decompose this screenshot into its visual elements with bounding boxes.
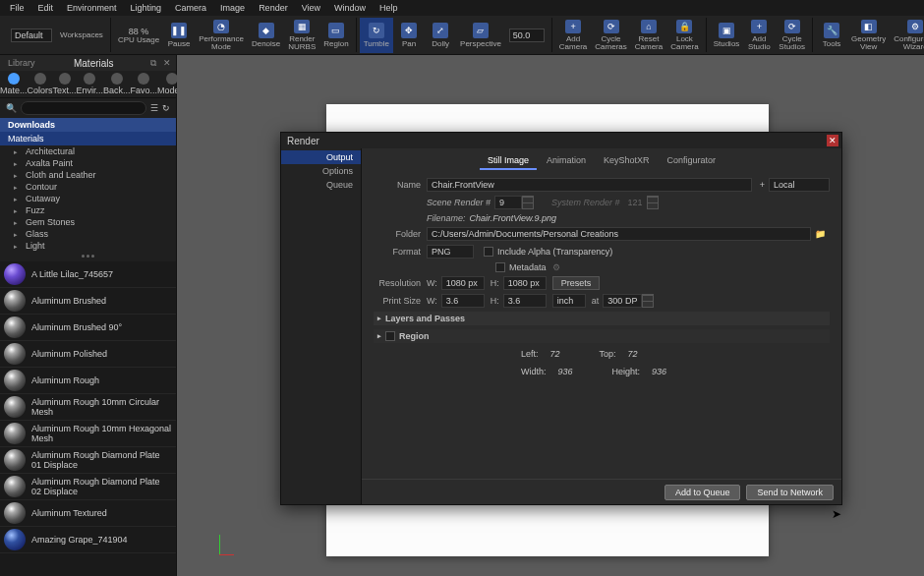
lock-camera-button[interactable]: 🔒Lock Camera	[666, 18, 702, 53]
add-to-queue-button[interactable]: Add to Queue	[664, 485, 741, 500]
configurator-wizard-button[interactable]: ⚙Configurator Wizard	[890, 18, 924, 53]
menu-view[interactable]: View	[296, 1, 326, 15]
studios-button[interactable]: ▣Studios	[710, 18, 744, 53]
subtab-0[interactable]: Mate...	[0, 71, 28, 97]
tree-item[interactable]: Axalta Paint	[0, 157, 176, 169]
scene-render-input[interactable]	[494, 196, 522, 209]
material-item[interactable]: Aluminum Rough	[0, 368, 176, 394]
material-item[interactable]: Aluminum Brushed 90°	[0, 315, 176, 341]
pan-button[interactable]: ✥Pan	[393, 18, 425, 53]
sidebar-item-queue[interactable]: Queue	[281, 178, 361, 192]
region-button[interactable]: ▭Region	[319, 18, 352, 53]
subtab-4[interactable]: Back...	[103, 71, 131, 97]
render-nurbs-button[interactable]: ▦Render NURBS	[284, 18, 319, 53]
res-height-input[interactable]	[503, 276, 547, 290]
material-item[interactable]: Aluminum Rough 10mm Circular Mesh	[0, 394, 176, 421]
material-item[interactable]: Amazing Grape_741904	[0, 527, 176, 553]
menu-camera[interactable]: Camera	[169, 1, 212, 15]
gear-icon[interactable]: ⚙	[552, 262, 560, 272]
menu-edit[interactable]: Edit	[32, 1, 60, 15]
focal-length[interactable]	[505, 18, 549, 53]
menu-lighting[interactable]: Lighting	[125, 1, 168, 15]
layers-section[interactable]: Layers and Passes	[374, 312, 830, 325]
add-studio-button[interactable]: +Add Studio	[743, 18, 775, 53]
print-width-input[interactable]	[441, 294, 485, 308]
material-tree[interactable]: Downloads Materials ArchitecturalAxalta …	[0, 118, 176, 251]
geometry-view-button[interactable]: ◧Geometry View	[847, 18, 890, 53]
region-section[interactable]: Region	[374, 329, 830, 343]
metadata-checkbox[interactable]	[495, 262, 505, 272]
dpi-input[interactable]	[603, 294, 642, 308]
browse-folder-icon[interactable]: 📁	[811, 229, 830, 239]
alpha-checkbox[interactable]	[484, 247, 493, 257]
tab-keyshotxr[interactable]: KeyShotXR	[596, 152, 658, 170]
spinner[interactable]	[522, 196, 534, 209]
region-checkbox[interactable]	[385, 331, 395, 341]
tree-item[interactable]: Light	[0, 240, 176, 251]
dolly-button[interactable]: ⤢Dolly	[425, 18, 456, 53]
pause-button[interactable]: ❚❚Pause	[163, 18, 195, 53]
folder-input[interactable]	[427, 227, 811, 241]
menu-file[interactable]: File	[4, 1, 30, 15]
tree-materials[interactable]: Materials	[0, 132, 176, 145]
menu-environment[interactable]: Environment	[61, 1, 123, 15]
spinner[interactable]	[642, 294, 654, 308]
tree-item[interactable]: Glass	[0, 228, 176, 240]
refresh-icon[interactable]: ↻	[162, 103, 170, 113]
sidebar-item-options[interactable]: Options	[281, 164, 361, 178]
menu-render[interactable]: Render	[253, 1, 294, 15]
tab-still-image[interactable]: Still Image	[480, 152, 537, 170]
tree-downloads[interactable]: Downloads	[0, 118, 176, 132]
cycle-studios-button[interactable]: ⟳Cycle Studios	[775, 18, 809, 53]
sidebar-item-output[interactable]: Output	[281, 150, 361, 164]
material-item[interactable]: Aluminum Textured	[0, 500, 176, 527]
close-panel-icon[interactable]: ✕	[162, 58, 172, 69]
name-input[interactable]	[427, 178, 752, 192]
material-item[interactable]: Aluminum Polished	[0, 341, 176, 368]
cycle-cameras-button[interactable]: ⟳Cycle Cameras	[591, 18, 630, 53]
subtab-1[interactable]: Colors	[28, 71, 53, 97]
tumble-button[interactable]: ↻Tumble	[360, 18, 393, 53]
res-width-input[interactable]	[441, 276, 485, 290]
material-item[interactable]: Aluminum Brushed	[0, 288, 176, 315]
workspaces-button[interactable]: Workspaces	[56, 18, 107, 53]
unit-select[interactable]	[552, 294, 586, 308]
filter-icon[interactable]: ☰	[150, 103, 158, 113]
subtab-5[interactable]: Favo...	[131, 71, 158, 97]
performance-mode-button[interactable]: ◔Performance Mode	[195, 18, 248, 53]
tab-configurator[interactable]: Configurator	[660, 152, 724, 170]
reset-camera-button[interactable]: ⌂Reset Camera	[631, 18, 666, 53]
tree-item[interactable]: Fuzz	[0, 204, 176, 216]
presets-button[interactable]: Presets	[552, 276, 601, 290]
menu-window[interactable]: Window	[328, 1, 372, 15]
cpu-usage[interactable]: 88 %CPU Usage	[114, 18, 163, 53]
name-tag-input[interactable]	[769, 178, 830, 192]
panel-divider[interactable]	[0, 251, 176, 261]
subtab-3[interactable]: Envir...	[77, 71, 104, 97]
library-tab[interactable]: Library	[4, 58, 39, 68]
send-to-network-button[interactable]: Send to Network	[746, 485, 834, 500]
add-camera-button[interactable]: +Add Camera	[555, 18, 591, 53]
menu-image[interactable]: Image	[214, 1, 251, 15]
denoise-button[interactable]: ◆Denoise	[248, 18, 284, 53]
menu-help[interactable]: Help	[374, 1, 404, 15]
tools-button[interactable]: 🔧Tools	[816, 18, 847, 53]
tree-item[interactable]: Contour	[0, 181, 176, 193]
perspective-button[interactable]: ▱Perspective	[456, 18, 505, 53]
undock-icon[interactable]: ⧉	[148, 58, 158, 69]
plus-icon[interactable]: +	[756, 180, 769, 190]
format-select[interactable]	[427, 245, 474, 259]
search-input[interactable]	[21, 101, 146, 115]
material-list[interactable]: A Little Lilac_745657Aluminum BrushedAlu…	[0, 261, 176, 576]
material-item[interactable]: Aluminum Rough Diamond Plate 01 Displace	[0, 447, 176, 474]
tree-item[interactable]: Cutaway	[0, 193, 176, 204]
close-icon[interactable]: ✕	[827, 135, 838, 146]
material-item[interactable]: Aluminum Rough 10mm Hexagonal Mesh	[0, 421, 176, 447]
tab-animation[interactable]: Animation	[539, 152, 594, 170]
preset-dropdown[interactable]	[7, 18, 56, 53]
subtab-2[interactable]: Text...	[53, 71, 77, 97]
spinner[interactable]	[647, 196, 659, 209]
tree-item[interactable]: Architectural	[0, 145, 176, 157]
axis-gizmo[interactable]	[206, 535, 234, 562]
print-height-input[interactable]	[503, 294, 547, 308]
